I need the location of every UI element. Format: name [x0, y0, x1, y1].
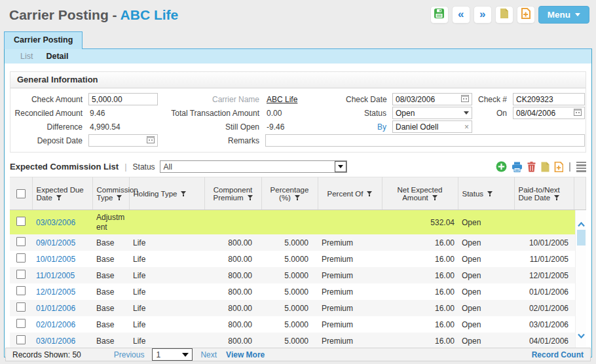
- next-link[interactable]: Next: [200, 350, 217, 359]
- check-date-field[interactable]: 08/03/2006: [392, 93, 472, 105]
- holding-type-cell: Life: [129, 234, 204, 251]
- check-amount-field[interactable]: 5,000.00: [88, 93, 158, 105]
- status-filter-select[interactable]: All: [160, 160, 347, 173]
- print-button[interactable]: [512, 162, 523, 172]
- page-title-entity[interactable]: ABC Life: [121, 7, 179, 22]
- document-button[interactable]: [540, 162, 549, 172]
- table-row[interactable]: 03/03/2006 Adjustment 532.04 Open: [10, 210, 586, 234]
- net-expected-cell: 532.04: [382, 210, 458, 234]
- column-commission-type[interactable]: Commission Type: [92, 177, 129, 210]
- component-premium-cell: 800.00: [204, 251, 261, 267]
- due-date-link[interactable]: 02/01/2006: [36, 320, 75, 329]
- row-checkbox[interactable]: [16, 286, 26, 295]
- table-row[interactable]: 10/01/2005 Base Life 800.00 5.0000 Premi…: [10, 251, 586, 267]
- carrier-name-value[interactable]: ABC Life: [265, 95, 340, 104]
- previous-link[interactable]: Previous: [114, 350, 145, 359]
- row-checkbox[interactable]: [16, 302, 26, 312]
- calendar-icon[interactable]: [461, 94, 469, 104]
- component-premium-cell: 800.00: [204, 300, 261, 316]
- filter-icon[interactable]: [487, 191, 493, 196]
- filter-icon[interactable]: [295, 195, 300, 200]
- scroll-down-icon[interactable]: [578, 329, 585, 341]
- record-count-link[interactable]: Record Count: [532, 350, 584, 359]
- column-component-premium[interactable]: Component Premium: [204, 177, 261, 210]
- menu-button[interactable]: Menu: [538, 6, 589, 24]
- column-holding-type[interactable]: Holding Type: [129, 177, 204, 210]
- commission-type-cell: Base: [92, 234, 129, 251]
- due-date-link[interactable]: 09/01/2005: [36, 238, 75, 247]
- table-row[interactable]: 09/01/2005 Base Life 800.00 5.0000 Premi…: [10, 234, 586, 251]
- row-checkbox[interactable]: [16, 335, 26, 344]
- holding-type-cell: [129, 210, 204, 234]
- column-expected-due-date[interactable]: Expected Due Date: [32, 177, 92, 210]
- delete-button[interactable]: [527, 162, 536, 172]
- paid-to-cell: 11/01/2005: [514, 251, 574, 267]
- difference-label: Difference: [14, 122, 83, 132]
- holding-type-cell: Life: [129, 251, 204, 267]
- calendar-icon[interactable]: [147, 136, 155, 145]
- column-percent-of[interactable]: Percent Of: [318, 177, 382, 210]
- status-select[interactable]: Open: [392, 107, 472, 119]
- due-date-link[interactable]: 11/01/2005: [36, 271, 75, 280]
- table-scrollbar[interactable]: [575, 210, 586, 348]
- row-checkbox[interactable]: [16, 237, 26, 246]
- close-icon[interactable]: ×: [464, 122, 469, 132]
- select-all-checkbox[interactable]: [16, 189, 26, 198]
- chevron-down-icon: [464, 111, 469, 115]
- filter-icon[interactable]: [432, 195, 438, 200]
- filter-icon[interactable]: [56, 195, 62, 200]
- paid-to-cell: 01/01/2006: [514, 283, 574, 300]
- column-percentage[interactable]: Percentage (%): [261, 177, 318, 210]
- subtab-list[interactable]: List: [20, 52, 33, 61]
- table-row[interactable]: 03/01/2006 Base Life 800.00 5.0000 Premi…: [10, 333, 586, 348]
- save-button[interactable]: [430, 6, 449, 24]
- table-row[interactable]: 12/01/2005 Base Life 800.00 5.0000 Premi…: [10, 283, 586, 300]
- column-net-expected-amount[interactable]: Net Expected Amount: [382, 177, 458, 210]
- on-date-value: 08/04/2006: [516, 109, 555, 118]
- document-add-button[interactable]: [517, 6, 535, 24]
- navigate-last-button[interactable]: »: [474, 6, 492, 24]
- row-checkbox[interactable]: [16, 217, 26, 226]
- calendar-icon[interactable]: [574, 108, 582, 118]
- table-row[interactable]: 11/01/2005 Base Life 800.00 5.0000 Premi…: [10, 267, 586, 283]
- by-field[interactable]: Daniel Odell ×: [392, 120, 472, 133]
- document-button[interactable]: [495, 6, 513, 24]
- page-title-text: Carrier Posting -: [9, 7, 117, 22]
- status-cell: Open: [458, 267, 514, 283]
- filter-icon[interactable]: [248, 195, 253, 200]
- filter-icon[interactable]: [554, 195, 559, 200]
- deposit-date-field[interactable]: [88, 134, 158, 147]
- header-toolbar: « » Menu: [430, 6, 589, 24]
- row-checkbox[interactable]: [16, 253, 26, 263]
- view-more-link[interactable]: View More: [226, 350, 265, 359]
- remarks-field[interactable]: [265, 134, 585, 147]
- row-checkbox[interactable]: [16, 270, 26, 279]
- scrollbar-thumb[interactable]: [577, 230, 586, 246]
- due-date-link[interactable]: 03/01/2006: [36, 337, 75, 346]
- column-paid-to-next-due-date[interactable]: Paid-to/Next Due Date: [514, 177, 574, 210]
- due-date-link[interactable]: 03/03/2006: [36, 218, 75, 227]
- due-date-link[interactable]: 01/01/2006: [36, 304, 75, 313]
- page-select[interactable]: 1: [152, 348, 193, 361]
- due-date-link[interactable]: 12/01/2005: [36, 287, 75, 297]
- column-status[interactable]: Status: [458, 177, 514, 210]
- due-date-link[interactable]: 10/01/2005: [36, 255, 75, 264]
- on-date-field[interactable]: 08/04/2006: [513, 107, 585, 119]
- filter-icon[interactable]: [367, 191, 372, 196]
- add-button[interactable]: [496, 161, 507, 172]
- filter-icon[interactable]: [181, 191, 186, 196]
- check-number-field[interactable]: CK209323: [513, 93, 585, 105]
- subtab-detail[interactable]: Detail: [46, 52, 68, 61]
- paid-to-cell: 04/01/2006: [514, 333, 574, 348]
- navigate-first-button[interactable]: «: [452, 6, 470, 24]
- percentage-cell: 5.0000: [261, 283, 318, 300]
- scroll-up-icon[interactable]: [578, 218, 585, 230]
- row-checkbox[interactable]: [16, 319, 26, 328]
- table-row[interactable]: 01/01/2006 Base Life 800.00 5.0000 Premi…: [10, 300, 586, 316]
- table-row[interactable]: 02/01/2006 Base Life 800.00 5.0000 Premi…: [10, 316, 586, 333]
- list-view-button[interactable]: [576, 162, 586, 172]
- filter-icon[interactable]: [117, 195, 122, 200]
- document-add-button[interactable]: [554, 162, 563, 172]
- tab-carrier-posting[interactable]: Carrier Posting: [4, 31, 83, 49]
- status-cell: Open: [458, 300, 514, 316]
